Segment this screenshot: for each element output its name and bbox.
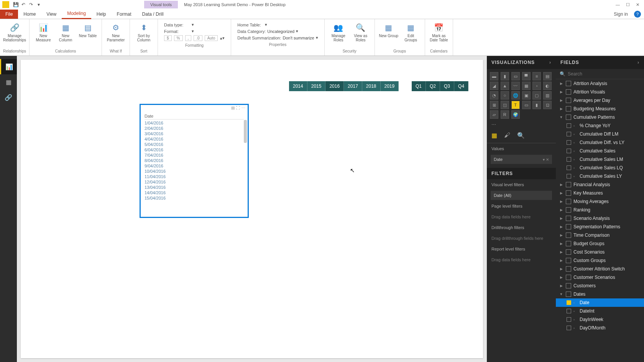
table-row[interactable]: 2/04/2016 (145, 126, 244, 131)
new-group-button[interactable]: ▦New Group (378, 21, 399, 48)
thousands-button[interactable]: , (185, 35, 192, 41)
table-row[interactable]: 3/04/2016 (145, 131, 244, 136)
viz-type-button[interactable]: ▣ (522, 91, 531, 100)
field-column[interactable]: ▫Cumulative Diff. vs LY (556, 138, 644, 147)
fmt-stepper-icon[interactable]: ▴▾ (220, 36, 225, 41)
field-table[interactable]: ▶Time Comparison (556, 231, 644, 239)
field-table[interactable]: ▶Averages per Day (556, 96, 644, 105)
viz-type-button[interactable]: ⊡ (543, 101, 552, 109)
percent-button[interactable]: % (174, 35, 183, 41)
viz-type-button[interactable]: ▥ (543, 91, 552, 100)
viz-type-button[interactable]: ◫ (501, 101, 509, 109)
field-table[interactable]: ▶Attrition Visuals (556, 88, 644, 96)
field-column[interactable]: ▫% Change YoY (556, 121, 644, 130)
table-row[interactable]: 7/04/2016 (145, 152, 244, 158)
field-table[interactable]: ▶Financial Analysis (556, 180, 644, 189)
new-parameter-button[interactable]: ⚙New Parameter (105, 21, 127, 48)
viz-type-button[interactable]: 〰 (511, 82, 520, 90)
year-slicer-item[interactable]: 2017 (344, 81, 362, 91)
viz-type-button[interactable]: ▲ (501, 82, 509, 90)
quarter-slicer[interactable]: Q1Q2Q3Q4 (412, 81, 468, 91)
table-scrollbar[interactable] (244, 120, 247, 143)
year-slicer-item[interactable]: 2018 (362, 81, 381, 91)
new-measure-button[interactable]: 📊New Measure (33, 21, 54, 48)
viz-type-button[interactable]: ▫ (532, 82, 541, 90)
quarter-slicer-item[interactable]: Q3 (440, 81, 454, 91)
table-row[interactable]: 8/04/2016 (145, 158, 244, 163)
field-table[interactable]: ▶Scenario Analysis (556, 214, 644, 223)
datacat-value[interactable]: Uncategorized (267, 29, 294, 34)
field-table[interactable]: ▼Dates (556, 290, 644, 298)
viz-type-button[interactable]: ⊞ (490, 101, 498, 109)
table-row[interactable]: 9/04/2016 (145, 163, 244, 169)
qat-dropdown-icon[interactable]: ▾ (35, 1, 42, 8)
field-column[interactable]: ▫Cumulative Sales LM (556, 155, 644, 164)
field-table[interactable]: ▶Attrition Analysis (556, 79, 644, 88)
new-column-button[interactable]: ▦New Column (55, 21, 76, 48)
viz-type-button[interactable]: ▮ (501, 72, 509, 80)
new-table-button[interactable]: ▤New Table (77, 21, 99, 48)
tab-help[interactable]: Help (91, 10, 112, 19)
year-slicer-item[interactable]: 2015 (307, 81, 326, 91)
redo-icon[interactable]: ↷ (28, 1, 34, 8)
viz-type-button[interactable]: ▦ (522, 82, 531, 90)
viz-type-button[interactable]: ▮ (532, 101, 541, 109)
analytics-tab-icon[interactable]: 🔍 (517, 132, 525, 139)
mark-date-table-button[interactable]: 📅Mark as Date Table (428, 21, 450, 48)
visual-focus-icon[interactable]: ⛶ (236, 106, 240, 110)
manage-roles-button[interactable]: 👥Manage Roles (328, 21, 349, 48)
more-viz-icon[interactable]: ⋯ (487, 122, 556, 129)
table-visual[interactable]: ▤ ⛶ ⋯ Date 1/04/20162/04/20163/04/20164/… (140, 104, 249, 218)
quarter-slicer-item[interactable]: Q4 (454, 81, 468, 91)
viz-type-button[interactable]: ▢ (532, 91, 541, 100)
tab-format[interactable]: Format (112, 10, 137, 19)
viz-type-button[interactable]: ◔ (490, 91, 498, 100)
fields-tab-icon[interactable]: ▦ (491, 132, 497, 139)
model-view-button[interactable]: 🔗 (0, 90, 17, 105)
viz-type-button[interactable]: ○ (501, 91, 509, 100)
viz-type-button[interactable]: 🌐 (511, 91, 520, 100)
field-table[interactable]: ▶Budgeting Measures (556, 105, 644, 113)
auto-button[interactable]: Auto (205, 35, 218, 41)
report-canvas[interactable]: 201420152016201720182019 Q1Q2Q3Q4 ▤ ⛶ ⋯ … (21, 60, 483, 358)
year-slicer-item[interactable]: 2019 (381, 81, 399, 91)
year-slicer[interactable]: 201420152016201720182019 (289, 81, 399, 91)
field-table[interactable]: ▶Segmentation Patterns (556, 223, 644, 231)
quarter-slicer-item[interactable]: Q2 (426, 81, 440, 91)
field-column[interactable]: ▫DayOfMonth (556, 324, 644, 332)
viz-type-button[interactable]: ▱ (490, 110, 498, 119)
year-slicer-item[interactable]: 2014 (289, 81, 307, 91)
visual-filter-item[interactable]: Date (All) (491, 191, 552, 200)
view-as-roles-button[interactable]: 🔍View as Roles (350, 21, 371, 48)
save-icon[interactable]: 💾 (12, 1, 19, 8)
field-column[interactable]: ▫DayInWeek (556, 315, 644, 324)
viz-type-button[interactable]: ▭ (511, 72, 520, 80)
sortby-column-button[interactable]: ⬍Sort by Column (133, 21, 154, 48)
viz-type-button[interactable]: R (501, 110, 509, 119)
viz-type-button[interactable]: ▬ (490, 72, 498, 80)
table-row[interactable]: 13/04/2016 (145, 185, 244, 190)
table-row[interactable]: 1/04/2016 (145, 120, 244, 126)
manage-relationships-button[interactable]: 🔗Manage Relationships (4, 21, 25, 48)
table-row[interactable]: 12/04/2016 (145, 179, 244, 185)
field-table[interactable]: ▶Moving Averages (556, 197, 644, 206)
collapse-fields-pane-icon[interactable]: › (637, 60, 639, 65)
edit-groups-button[interactable]: ▦Edit Groups (400, 21, 422, 48)
viz-type-button[interactable]: ▤ (543, 72, 552, 80)
tab-modeling[interactable]: Modeling (62, 9, 91, 19)
defsum-value[interactable]: Don't summarize (283, 36, 314, 40)
tab-home[interactable]: Home (18, 10, 41, 19)
table-row[interactable]: 11/04/2016 (145, 174, 244, 179)
viz-type-button[interactable]: ▀ (522, 72, 531, 80)
tab-view[interactable]: View (41, 10, 62, 19)
field-table[interactable]: ▶Customer Attrition Switch (556, 265, 644, 273)
table-row[interactable]: 14/04/2016 (145, 190, 244, 195)
table-row[interactable]: 4/04/2016 (145, 136, 244, 142)
field-table[interactable]: ▶Customers (556, 282, 644, 290)
minimize-icon[interactable]: — (616, 2, 620, 7)
viz-type-button[interactable]: ▭ (522, 101, 531, 109)
drillthrough-dropzone[interactable]: Drag drillthrough fields here (487, 233, 556, 244)
field-column[interactable]: ▫Cumulative Sales (556, 147, 644, 155)
collapse-viz-pane-icon[interactable]: › (549, 60, 551, 65)
table-row[interactable]: 10/04/2016 (145, 169, 244, 174)
